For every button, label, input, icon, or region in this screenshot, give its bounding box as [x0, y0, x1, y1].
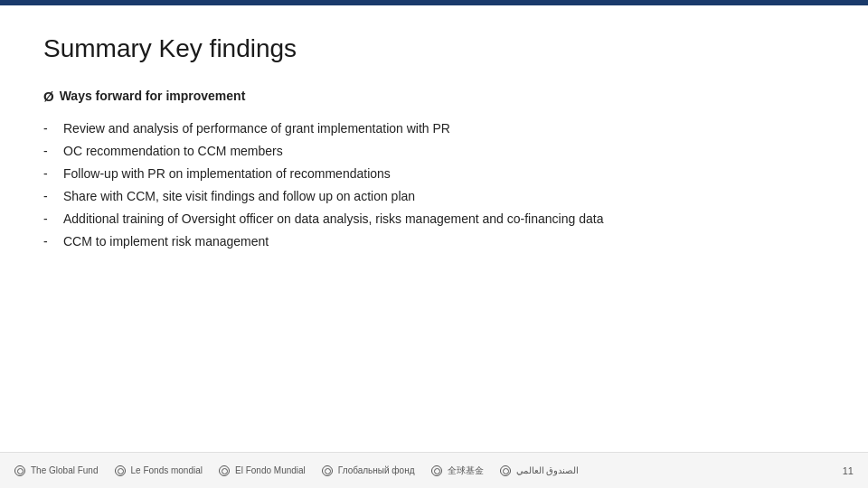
footer-logo-item: El Fondo Mundial: [219, 465, 306, 476]
gf-logo-icon: [219, 465, 230, 476]
gf-logo-icon: [322, 465, 333, 476]
bullet-text: Follow-up with PR on implementation of r…: [63, 164, 825, 184]
footer-logo-label: Le Fonds mondial: [131, 465, 203, 475]
gf-logo-icon: [431, 465, 442, 476]
footer-logo-label: 全球基金: [448, 465, 484, 477]
list-item: -Follow-up with PR on implementation of …: [43, 164, 825, 186]
footer-logos: The Global FundLe Fonds mondialEl Fondo …: [14, 465, 579, 477]
heading-text: Ways forward for improvement: [60, 89, 246, 103]
footer-logo-label: Глобальный фонд: [338, 465, 415, 475]
footer-logo-label: El Fondo Mundial: [235, 465, 306, 475]
bullet-dash: -: [43, 186, 52, 207]
gf-logo-icon: [14, 465, 25, 476]
footer-logo-item: Глобальный фонд: [322, 465, 415, 476]
list-item: -Share with CCM, site visit findings and…: [43, 186, 825, 209]
gf-logo-icon: [115, 465, 126, 476]
content-area: Summary Key findings Ø Ways forward for …: [0, 5, 868, 452]
page-number: 11: [843, 465, 854, 476]
footer-logo-item: The Global Fund: [14, 465, 99, 476]
bullet-list: -Review and analysis of performance of g…: [43, 118, 825, 255]
footer-logo-label: الصندوق العالمي: [516, 465, 580, 475]
footer: The Global FundLe Fonds mondialEl Fondo …: [0, 452, 868, 488]
bullet-text: OC recommendation to CCM members: [63, 141, 825, 162]
bullet-dash: -: [43, 209, 52, 230]
bullet-dash: -: [43, 164, 52, 184]
footer-logo-item: Le Fonds mondial: [115, 465, 203, 476]
bullet-text: Review and analysis of performance of gr…: [63, 118, 825, 139]
bullet-dash: -: [43, 118, 52, 139]
page-title: Summary Key findings: [43, 34, 825, 63]
list-item: -CCM to implement risk management: [43, 231, 825, 254]
bullet-dash: -: [43, 141, 52, 162]
gf-logo-icon: [500, 465, 511, 476]
footer-logo-label: The Global Fund: [31, 465, 99, 475]
list-item: -OC recommendation to CCM members: [43, 141, 825, 164]
footer-logo-item: الصندوق العالمي: [500, 465, 580, 476]
bullet-dash: -: [43, 231, 52, 252]
section-heading: Ø Ways forward for improvement: [43, 89, 825, 104]
bullet-text: CCM to implement risk management: [63, 231, 825, 252]
bullet-text: Share with CCM, site visit findings and …: [63, 186, 825, 207]
list-item: -Additional training of Oversight office…: [43, 209, 825, 231]
list-item: -Review and analysis of performance of g…: [43, 118, 825, 141]
footer-logo-item: 全球基金: [431, 465, 484, 477]
heading-arrow: Ø: [43, 89, 54, 104]
bullet-text: Additional training of Oversight officer…: [63, 209, 825, 230]
